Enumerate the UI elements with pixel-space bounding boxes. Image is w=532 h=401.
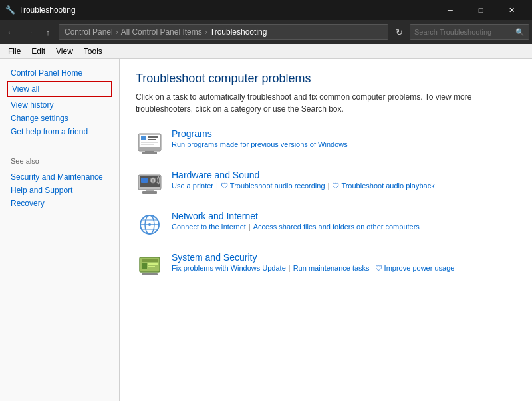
security-link-2[interactable]: 🛡 Improve power usage <box>375 264 455 272</box>
see-also-label: See also <box>0 152 119 168</box>
svg-rect-28 <box>142 273 158 275</box>
svg-rect-5 <box>141 136 146 140</box>
svg-point-14 <box>152 179 154 182</box>
sidebar-link-view-history[interactable]: View history <box>0 98 119 112</box>
svg-point-22 <box>148 223 151 226</box>
refresh-button[interactable]: ↻ <box>391 24 407 40</box>
network-icon <box>136 211 164 239</box>
security-icon <box>136 252 164 280</box>
shield-icon-2: 🛡 <box>332 182 339 190</box>
svg-rect-24 <box>142 259 158 262</box>
security-link-1[interactable]: Run maintenance tasks <box>293 264 370 272</box>
sidebar-link-view-all[interactable]: View all <box>7 81 112 97</box>
menu-bar: File Edit View Tools <box>0 44 532 59</box>
svg-rect-27 <box>148 266 155 267</box>
svg-rect-4 <box>142 152 157 154</box>
main-layout: Control Panel Home View all View history… <box>0 59 532 401</box>
network-title[interactable]: Network and Internet <box>172 211 516 221</box>
page-description: Click on a task to automatically trouble… <box>136 91 516 115</box>
pipe-sep-2: | <box>328 182 330 190</box>
path-sep-2: › <box>205 27 207 37</box>
forward-button[interactable]: → <box>21 24 37 40</box>
path-part-2: All Control Panel Items <box>121 27 202 37</box>
programs-content: Programs Run programs made for previous … <box>172 128 516 148</box>
address-bar: ← → ↑ Control Panel › All Control Panel … <box>0 20 532 44</box>
programs-title[interactable]: Programs <box>172 128 516 139</box>
svg-rect-15 <box>142 191 157 194</box>
security-link-0[interactable]: Fix problems with Windows Update <box>172 264 286 272</box>
menu-tools[interactable]: Tools <box>78 45 108 57</box>
svg-rect-12 <box>141 178 148 183</box>
pipe-sep-3: | <box>249 223 251 231</box>
category-network-internet: Network and Internet Connect to the Inte… <box>136 211 516 239</box>
path-sep-1: › <box>116 27 118 37</box>
network-content: Network and Internet Connect to the Inte… <box>172 211 516 231</box>
hardware-icon <box>136 170 164 198</box>
menu-file[interactable]: File <box>3 45 26 57</box>
hardware-title[interactable]: Hardware and Sound <box>172 170 516 180</box>
programs-link-0[interactable]: Run programs made for previous versions … <box>172 140 348 148</box>
security-content: System and Security Fix problems with Wi… <box>172 252 516 272</box>
back-button[interactable]: ← <box>3 24 19 40</box>
sidebar-link-security-maintenance[interactable]: Security and Maintenance <box>0 170 119 184</box>
svg-rect-3 <box>145 151 154 152</box>
sidebar-bottom: Security and Maintenance Help and Suppor… <box>0 170 119 210</box>
sidebar-link-control-panel-home[interactable]: Control Panel Home <box>0 67 119 80</box>
svg-rect-25 <box>142 263 147 269</box>
minimize-button[interactable]: ─ <box>435 0 466 20</box>
close-button[interactable]: ✕ <box>496 0 527 20</box>
address-path[interactable]: Control Panel › All Control Panel Items … <box>59 24 388 40</box>
svg-rect-2 <box>138 147 161 150</box>
window-controls: ─ □ ✕ <box>435 0 527 20</box>
svg-rect-8 <box>141 142 158 143</box>
window-title: Troubleshooting <box>19 5 76 15</box>
category-hardware-sound: Hardware and Sound Use a printer | 🛡 Tro… <box>136 170 516 198</box>
hardware-content: Hardware and Sound Use a printer | 🛡 Tro… <box>172 170 516 190</box>
hardware-link-2[interactable]: 🛡 Troubleshoot audio playback <box>332 182 434 190</box>
up-button[interactable]: ↑ <box>40 24 56 40</box>
category-programs: Programs Run programs made for previous … <box>136 128 516 156</box>
path-part-1: Control Panel <box>65 27 113 37</box>
shield-icon-3: 🛡 <box>375 264 382 272</box>
sidebar-link-get-help[interactable]: Get help from a friend <box>0 125 119 138</box>
hardware-link-0[interactable]: Use a printer <box>172 182 213 190</box>
network-link-0[interactable]: Connect to the Internet <box>172 223 246 231</box>
svg-rect-7 <box>148 139 156 140</box>
sidebar: Control Panel Home View all View history… <box>0 59 120 401</box>
security-links: Fix problems with Windows Update | Run m… <box>172 264 516 272</box>
svg-rect-9 <box>141 144 154 145</box>
app-icon: 🔧 <box>5 5 15 15</box>
pipe-sep-4: | <box>289 264 291 272</box>
security-title[interactable]: System and Security <box>172 252 516 263</box>
hardware-link-1[interactable]: 🛡 Troubleshoot audio recording <box>221 182 325 190</box>
svg-rect-16 <box>146 190 154 191</box>
hardware-links: Use a printer | 🛡 Troubleshoot audio rec… <box>172 182 516 190</box>
sidebar-link-change-settings[interactable]: Change settings <box>0 112 119 125</box>
title-bar: 🔧 Troubleshooting ─ □ ✕ <box>0 0 532 20</box>
content-area: Troubleshoot computer problems Click on … <box>120 59 532 401</box>
sidebar-link-help-support[interactable]: Help and Support <box>0 184 119 197</box>
category-system-security: System and Security Fix problems with Wi… <box>136 252 516 280</box>
sidebar-link-recovery[interactable]: Recovery <box>0 197 119 210</box>
programs-icon <box>136 128 164 156</box>
search-input[interactable] <box>414 28 515 36</box>
page-title: Troubleshoot computer problems <box>136 72 516 86</box>
svg-rect-26 <box>148 263 158 265</box>
menu-edit[interactable]: Edit <box>26 45 51 57</box>
pipe-sep-1: | <box>216 182 218 190</box>
search-box: 🔍 <box>410 24 529 40</box>
svg-rect-6 <box>148 136 158 138</box>
path-current: Troubleshooting <box>210 27 267 37</box>
network-link-1[interactable]: Access shared files and folders on other… <box>253 223 420 231</box>
network-links: Connect to the Internet | Access shared … <box>172 223 516 231</box>
menu-view[interactable]: View <box>51 45 78 57</box>
programs-links: Run programs made for previous versions … <box>172 140 516 148</box>
maximize-button[interactable]: □ <box>466 0 496 20</box>
shield-icon-1: 🛡 <box>221 182 228 190</box>
search-icon: 🔍 <box>515 28 525 37</box>
